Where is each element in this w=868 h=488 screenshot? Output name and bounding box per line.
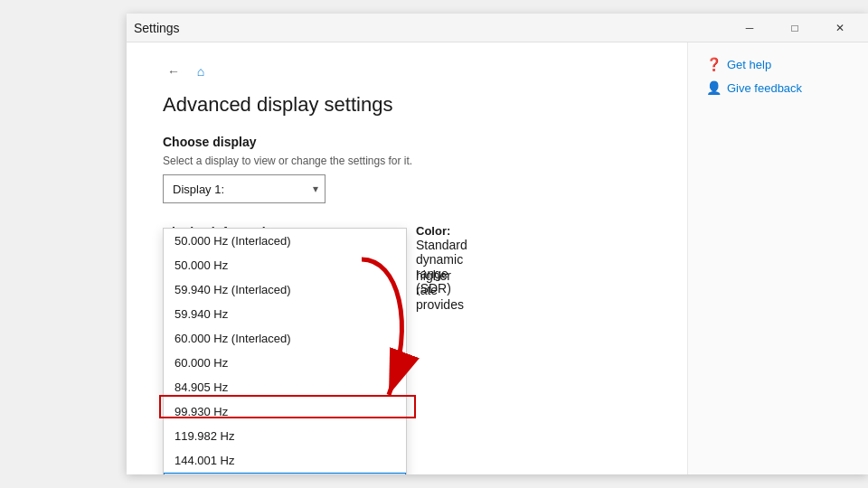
dropdown-item-59940hz[interactable]: 59.940 Hz [164, 302, 406, 326]
choose-display-label: Choose display [163, 135, 651, 149]
dropdown-item-99930hz[interactable]: 99.930 Hz [164, 399, 406, 424]
maximize-button[interactable]: □ [774, 14, 816, 42]
dropdown-item-84905hz[interactable]: 84.905 Hz [164, 375, 406, 399]
dropdown-item-144hz[interactable]: 144.001 Hz [164, 448, 406, 473]
titlebar-left: Settings [134, 21, 180, 35]
dropdown-item-50hz-interlaced[interactable]: 50.000 Hz (Interlaced) [164, 229, 406, 253]
dropdown-item-60hz-interlaced[interactable]: 60.000 Hz (Interlaced) [164, 326, 406, 351]
refresh-info: higher rate provides [416, 268, 464, 312]
titlebar-title: Settings [134, 21, 180, 35]
get-help-link[interactable]: ❓ Get help [706, 57, 850, 71]
give-feedback-link[interactable]: 👤 Give feedback [706, 80, 850, 95]
main-panel: ← ⌂ Advanced display settings Choose dis… [127, 42, 687, 474]
settings-window: Settings ─ □ ✕ ← ⌂ [127, 14, 868, 474]
home-button[interactable]: ⌂ [192, 62, 210, 80]
breadcrumb: ← ⌂ [163, 61, 651, 82]
close-button[interactable]: ✕ [819, 14, 861, 42]
display-select-wrapper: Display 1: ▾ [163, 174, 326, 203]
dropdown-item-165hz[interactable]: 165.004 Hz [164, 473, 406, 474]
right-panel: ❓ Get help 👤 Give feedback [687, 42, 868, 474]
feedback-icon: 👤 [706, 80, 722, 95]
display-select[interactable]: Display 1: [163, 174, 326, 203]
dropdown-item-50hz[interactable]: 50.000 Hz [164, 253, 406, 277]
titlebar: Settings ─ □ ✕ [127, 14, 868, 42]
help-icon: ❓ [706, 57, 722, 71]
minimize-button[interactable]: ─ [729, 14, 770, 42]
refresh-rate-dropdown: 50.000 Hz (Interlaced) 50.000 Hz 59.940 … [163, 228, 407, 474]
choose-display-sublabel: Select a display to view or change the s… [163, 155, 651, 167]
dropdown-item-119982hz[interactable]: 119.982 Hz [164, 424, 406, 448]
titlebar-controls: ─ □ ✕ [729, 14, 861, 42]
back-button[interactable]: ← [163, 61, 184, 82]
dropdown-item-60hz[interactable]: 60.000 Hz [164, 351, 406, 375]
content-area: ← ⌂ Advanced display settings Choose dis… [127, 42, 868, 474]
dropdown-item-59940hz-interlaced[interactable]: 59.940 Hz (Interlaced) [164, 277, 406, 302]
page-title: Advanced display settings [163, 93, 651, 117]
